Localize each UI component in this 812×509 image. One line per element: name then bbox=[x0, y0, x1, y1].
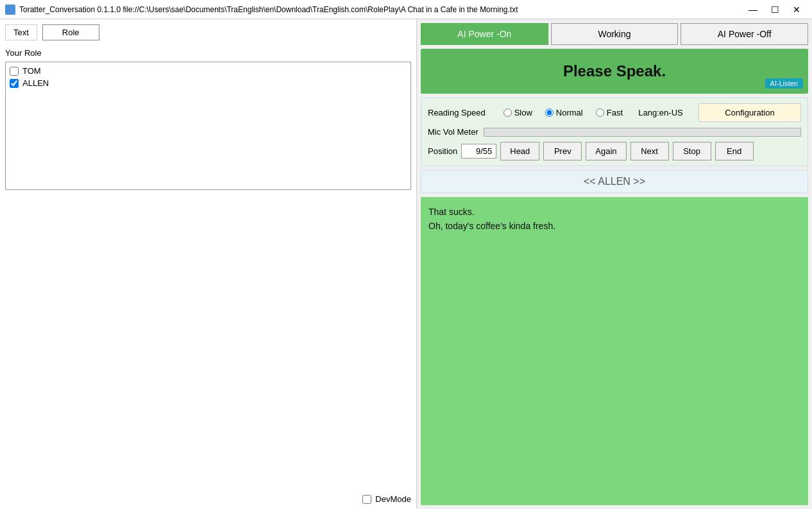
prev-button[interactable]: Prev bbox=[543, 142, 582, 160]
ai-power-on-button[interactable]: AI Power -On bbox=[421, 23, 548, 45]
reading-speed-label: Reading Speed bbox=[428, 108, 486, 117]
fast-option[interactable]: Fast bbox=[596, 108, 623, 117]
head-button[interactable]: Head bbox=[500, 142, 539, 160]
close-button[interactable]: ✕ bbox=[786, 3, 807, 17]
devmode-row: DevMode bbox=[5, 489, 411, 504]
slow-option[interactable]: Slow bbox=[503, 108, 532, 117]
position-input[interactable] bbox=[461, 144, 496, 159]
minimize-button[interactable]: — bbox=[743, 3, 763, 17]
list-item: TOM bbox=[10, 66, 407, 76]
app-container: Text Role Your Role TOM ALLEN DevMode AI… bbox=[0, 19, 812, 509]
devmode-checkbox[interactable] bbox=[362, 495, 371, 504]
allen-label: ALLEN bbox=[22, 78, 49, 88]
dialogue-line-2: Oh, today's coffee's kinda fresh. bbox=[428, 219, 800, 233]
lang-label: Lang:en-US bbox=[638, 108, 682, 117]
list-item: ALLEN bbox=[10, 78, 407, 88]
tab-role[interactable]: Role bbox=[42, 24, 99, 40]
ai-listen-badge: AI-Listen bbox=[765, 78, 803, 89]
ai-power-bar: AI Power -On Working AI Power -Off bbox=[421, 23, 808, 45]
slow-label: Slow bbox=[514, 108, 532, 117]
stop-button[interactable]: Stop bbox=[673, 142, 711, 160]
controls-area: Reading Speed Slow Normal Fast Lang:en-U… bbox=[421, 98, 808, 166]
normal-radio[interactable] bbox=[545, 108, 554, 117]
fast-label: Fast bbox=[607, 108, 623, 117]
fast-radio[interactable] bbox=[596, 108, 604, 117]
ai-power-off-button[interactable]: AI Power -Off bbox=[681, 23, 808, 45]
title-bar: Toratter_Conversation 0.1.1.0 file://C:\… bbox=[0, 0, 812, 19]
tom-label: TOM bbox=[22, 66, 41, 76]
working-button[interactable]: Working bbox=[551, 23, 679, 45]
maximize-button[interactable]: ☐ bbox=[765, 3, 785, 17]
tom-checkbox[interactable] bbox=[10, 67, 19, 76]
reading-speed-row: Reading Speed Slow Normal Fast Lang:en-U… bbox=[428, 103, 801, 122]
normal-option[interactable]: Normal bbox=[545, 108, 583, 117]
position-row: Position Head Prev Again Next Stop End bbox=[428, 142, 801, 160]
next-button[interactable]: Next bbox=[630, 142, 669, 160]
dialogue-box: That sucks. Oh, today's coffee's kinda f… bbox=[421, 197, 808, 505]
end-button[interactable]: End bbox=[715, 142, 754, 160]
your-role-label: Your Role bbox=[5, 48, 411, 58]
position-label: Position bbox=[428, 146, 457, 156]
left-top-bar: Text Role bbox=[5, 24, 411, 40]
mic-bar bbox=[484, 128, 801, 137]
normal-label: Normal bbox=[556, 108, 583, 117]
slow-radio[interactable] bbox=[503, 108, 512, 117]
mic-label: Mic Vol Meter bbox=[428, 127, 478, 137]
role-list-box: TOM ALLEN bbox=[5, 62, 411, 190]
right-panel: AI Power -On Working AI Power -Off Pleas… bbox=[417, 19, 812, 509]
allen-checkbox[interactable] bbox=[10, 79, 19, 88]
config-button[interactable]: Configuration bbox=[698, 103, 801, 122]
again-button[interactable]: Again bbox=[586, 142, 626, 160]
speak-text: Please Speak. bbox=[563, 62, 666, 80]
app-icon bbox=[5, 4, 15, 15]
mic-row: Mic Vol Meter bbox=[428, 127, 801, 137]
tab-text[interactable]: Text bbox=[5, 24, 37, 40]
left-panel: Text Role Your Role TOM ALLEN DevMode bbox=[0, 19, 417, 509]
speaker-label: << ALLEN >> bbox=[421, 170, 808, 193]
devmode-label: DevMode bbox=[375, 494, 411, 504]
dialogue-line-1: That sucks. bbox=[428, 205, 800, 219]
title-bar-title: Toratter_Conversation 0.1.1.0 file://C:\… bbox=[19, 5, 518, 14]
speak-area: Please Speak. AI-Listen bbox=[421, 49, 808, 94]
